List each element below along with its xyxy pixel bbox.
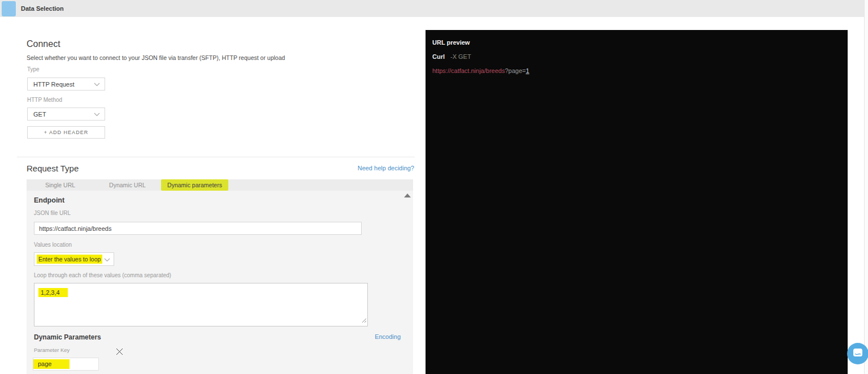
loop-values-textarea[interactable]: 1,2,3,4 <box>34 283 368 326</box>
url-preview-panel: URL preview Curl-X GET https://catfact.n… <box>426 30 848 374</box>
need-help-link[interactable]: Need help deciding? <box>27 165 414 171</box>
parameter-key-input[interactable]: page <box>33 358 99 371</box>
preview-url-query: ?page= <box>505 67 526 74</box>
type-select-value: HTTP Request <box>33 81 94 88</box>
preview-url-param-value: 1 <box>526 67 529 74</box>
textarea-resize-handle[interactable] <box>362 315 367 325</box>
add-header-button[interactable]: + ADD HEADER <box>27 126 105 139</box>
values-location-label: Values location <box>34 242 72 248</box>
parameter-key-value-highlighted: page <box>33 359 70 369</box>
url-preview-heading: URL preview <box>432 39 470 46</box>
endpoint-heading: Endpoint <box>34 196 64 204</box>
chat-launcher-button[interactable] <box>847 343 868 364</box>
http-method-select-value: GET <box>33 111 94 118</box>
curl-method: -X GET <box>450 53 471 60</box>
http-method-select[interactable]: GET <box>27 108 105 121</box>
tab-single-url[interactable]: Single URL <box>27 179 94 191</box>
encoding-link[interactable]: Encoding <box>34 333 401 340</box>
connect-heading: Connect <box>27 39 60 49</box>
type-label: Type <box>27 66 40 72</box>
section-divider <box>17 157 415 157</box>
loop-values-highlighted: 1,2,3,4 <box>38 288 68 297</box>
chevron-down-icon <box>94 111 100 118</box>
http-method-label: HTTP Method <box>27 97 62 103</box>
chat-bubble-icon <box>853 348 863 360</box>
preview-url: https://catfact.ninja/breeds?page=1 <box>432 67 530 74</box>
values-location-value-highlighted: Enter the values to loop <box>37 255 102 264</box>
step-indicator-square <box>2 1 16 16</box>
curl-line: Curl-X GET <box>432 53 471 60</box>
page-scrollbar[interactable] <box>864 0 868 374</box>
type-select[interactable]: HTTP Request <box>27 78 105 91</box>
parameter-key-label: Parameter Key <box>34 347 70 353</box>
request-type-tabbar: Single URL Dynamic URL Dynamic parameter… <box>27 179 413 191</box>
page-title: Data Selection <box>21 5 64 12</box>
chevron-down-icon <box>94 81 100 88</box>
tab-dynamic-url[interactable]: Dynamic URL <box>94 179 161 191</box>
json-url-input[interactable] <box>34 222 362 235</box>
json-url-label: JSON file URL <box>34 210 71 216</box>
loop-values-label: Loop through each of these values (comma… <box>34 272 171 278</box>
scroll-up-icon[interactable] <box>404 194 411 197</box>
remove-parameter-icon[interactable] <box>115 347 124 358</box>
chevron-down-icon <box>104 254 110 264</box>
endpoint-panel: Endpoint JSON file URL Values location E… <box>27 191 413 374</box>
values-location-select[interactable]: Enter the values to loop <box>34 252 114 266</box>
top-bar: Data Selection <box>0 0 864 17</box>
curl-label: Curl <box>432 53 445 60</box>
tab-dynamic-parameters[interactable]: Dynamic parameters <box>161 179 228 191</box>
preview-url-base: https://catfact.ninja/breeds <box>432 67 505 74</box>
connect-description: Select whether you want to connect to yo… <box>27 54 285 61</box>
